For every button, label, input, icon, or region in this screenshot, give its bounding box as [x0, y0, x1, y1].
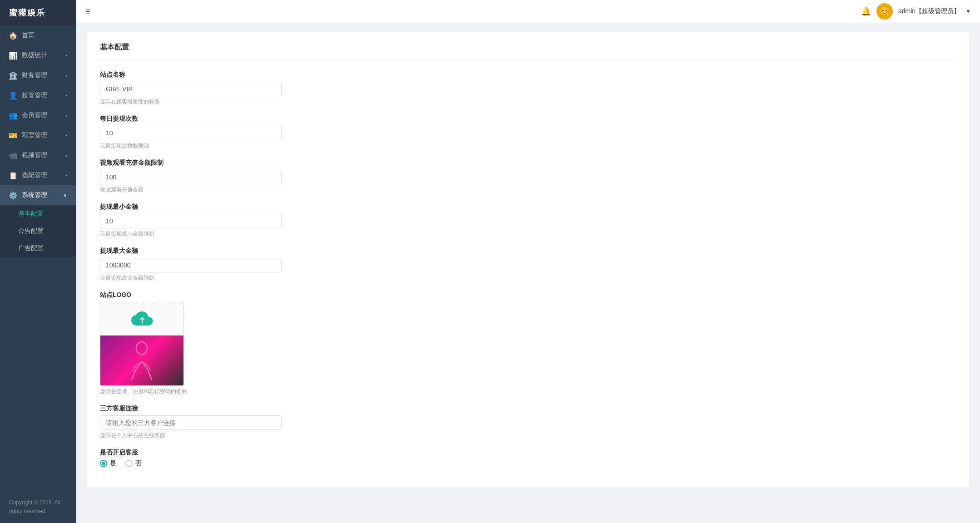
submenu-ad-config[interactable]: 广告配置	[0, 240, 76, 257]
upload-cloud-icon	[131, 310, 153, 332]
logo-preview	[100, 336, 183, 385]
sidebar-item-system[interactable]: ⚙️ 系统管理 ∨	[0, 185, 76, 205]
header: ≡ 🔔 😊 admin【超级管理员】 ▼	[76, 0, 980, 23]
hamburger-icon[interactable]: ≡	[85, 6, 91, 17]
bell-icon[interactable]: 🔔	[861, 6, 871, 16]
third-party-section: 三方客服连接 显示在个人中心的在线客服	[100, 405, 956, 439]
sidebar-item-label: 彩票管理	[22, 131, 47, 139]
selection-icon: 📋	[9, 171, 17, 179]
sidebar-item-label: 财务管理	[22, 71, 47, 79]
video-recharge-section: 视频观看充值金额限制 视频观看充值金额	[100, 159, 956, 194]
chevron-right-icon: ›	[65, 152, 67, 158]
radio-yes-label: 是	[110, 459, 116, 468]
sidebar-item-video[interactable]: 📹 视频管理 ›	[0, 145, 76, 165]
sidebar-item-lottery[interactable]: 🎫 彩票管理 ›	[0, 125, 76, 145]
sidebar-logo: 蜜獾娱乐	[0, 0, 76, 25]
home-icon: 🏠	[9, 31, 17, 39]
sidebar-item-super[interactable]: 👤 超管管理 ›	[0, 85, 76, 105]
radio-yes-circle	[100, 460, 107, 467]
user-dropdown-icon[interactable]: ▼	[965, 8, 971, 15]
site-name-section: 站点名称 显示在线客服里面的标题	[100, 71, 956, 106]
submenu-label: 公告配置	[18, 227, 44, 235]
finance-icon: 🏦	[9, 71, 17, 79]
radio-no-label: 否	[135, 459, 142, 468]
main-wrapper: ≡ 🔔 😊 admin【超级管理员】 ▼ 基本配置 站点名称 显示在线客服里面的…	[76, 0, 980, 523]
video-recharge-input[interactable]	[100, 170, 282, 184]
submenu-label: 基本配置	[18, 210, 44, 218]
logo-section: 站点LOGO 点击上传，或将文件拖拽到此处	[100, 291, 956, 395]
max-withdraw-hint: 玩家提现最大金额限制	[100, 274, 956, 282]
sidebar-item-label: 视频管理	[22, 151, 47, 159]
sidebar-item-label: 系统管理	[22, 191, 47, 199]
super-icon: 👤	[9, 91, 17, 99]
member-icon: 👥	[9, 111, 17, 119]
third-party-hint: 显示在个人中心的在线客服	[100, 432, 956, 439]
max-withdraw-section: 提现最大金额 玩家提现最大金额限制	[100, 247, 956, 282]
site-name-label: 站点名称	[100, 71, 956, 79]
sidebar-item-home[interactable]: 🏠 首页	[0, 25, 76, 45]
sidebar: 蜜獾娱乐 🏠 首页 📊 数据统计 › 🏦 财务管理 › 👤 超管管理 › 👥 会…	[0, 0, 76, 523]
sidebar-item-label: 超管管理	[22, 91, 47, 99]
third-party-input[interactable]	[100, 415, 282, 430]
customer-service-radio-group: 是 否	[100, 459, 956, 468]
submenu-label: 广告配置	[18, 244, 44, 252]
customer-service-section: 是否开启客服 是 否	[100, 449, 956, 468]
chevron-right-icon: ›	[65, 172, 67, 178]
chevron-right-icon: ›	[65, 72, 67, 79]
avatar[interactable]: 😊	[876, 3, 893, 20]
third-party-label: 三方客服连接	[100, 405, 956, 413]
daily-withdraw-hint: 玩家提现次数数限制	[100, 142, 956, 150]
sidebar-item-label: 会员管理	[22, 111, 47, 119]
radio-no[interactable]: 否	[125, 459, 142, 468]
radio-yes[interactable]: 是	[100, 459, 116, 468]
max-withdraw-input[interactable]	[100, 258, 282, 272]
daily-withdraw-input[interactable]	[100, 126, 282, 140]
logo-label: 站点LOGO	[100, 291, 956, 299]
sidebar-item-label: 数据统计	[22, 51, 47, 59]
chevron-right-icon: ›	[65, 112, 67, 118]
system-icon: ⚙️	[9, 191, 17, 199]
min-withdraw-section: 提现最小金额 玩家提现最小金额限制	[100, 203, 956, 238]
video-recharge-hint: 视频观看充值金额	[100, 186, 956, 194]
system-submenu: 基本配置 公告配置 广告配置	[0, 205, 76, 257]
sidebar-item-selection[interactable]: 📋 选妃管理 ›	[0, 165, 76, 185]
sidebar-item-label: 选妃管理	[22, 171, 47, 179]
chart-icon: 📊	[9, 51, 17, 59]
submenu-basic-config[interactable]: 基本配置	[0, 205, 76, 222]
customer-service-label: 是否开启客服	[100, 449, 956, 457]
radio-no-circle	[125, 460, 133, 467]
lottery-icon: 🎫	[9, 131, 17, 139]
header-right: 🔔 😊 admin【超级管理员】 ▼	[861, 3, 971, 20]
sidebar-item-label: 首页	[22, 31, 35, 39]
chevron-right-icon: ›	[65, 92, 67, 99]
min-withdraw-input[interactable]	[100, 214, 282, 228]
sidebar-copyright: Copyright © 2019. All rights reserved.	[0, 491, 76, 523]
logo-upload-box[interactable]: 点击上传，或将文件拖拽到此处	[100, 302, 184, 386]
page-title: 基本配置	[100, 43, 956, 60]
svg-point-1	[136, 342, 147, 355]
sidebar-item-member[interactable]: 👥 会员管理 ›	[0, 105, 76, 125]
min-withdraw-hint: 玩家提现最小金额限制	[100, 230, 956, 238]
min-withdraw-label: 提现最小金额	[100, 203, 956, 211]
sidebar-menu: 🏠 首页 📊 数据统计 › 🏦 财务管理 › 👤 超管管理 › 👥 会员管理 ›…	[0, 25, 76, 491]
daily-withdraw-label: 每日提现次数	[100, 115, 956, 123]
sidebar-item-data[interactable]: 📊 数据统计 ›	[0, 45, 76, 65]
page-card: 基本配置 站点名称 显示在线客服里面的标题 每日提现次数 玩家提现次数数限制 视…	[87, 32, 969, 488]
video-recharge-label: 视频观看充值金额限制	[100, 159, 956, 167]
site-name-hint: 显示在线客服里面的标题	[100, 98, 956, 106]
max-withdraw-label: 提现最大金额	[100, 247, 956, 255]
chevron-down-icon: ∨	[63, 192, 67, 198]
sidebar-item-finance[interactable]: 🏦 财务管理 ›	[0, 65, 76, 85]
header-left: ≡	[85, 6, 91, 17]
content-area: 基本配置 站点名称 显示在线客服里面的标题 每日提现次数 玩家提现次数数限制 视…	[76, 23, 980, 523]
daily-withdraw-section: 每日提现次数 玩家提现次数数限制	[100, 115, 956, 150]
chevron-right-icon: ›	[65, 52, 67, 59]
username-label: admin【超级管理员】	[898, 7, 960, 15]
video-icon: 📹	[9, 151, 17, 159]
chevron-right-icon: ›	[65, 132, 67, 138]
submenu-notice-config[interactable]: 公告配置	[0, 222, 76, 240]
logo-hint: 显示在登录、注册和忘记密码的图标	[100, 388, 956, 395]
site-name-input[interactable]	[100, 82, 282, 96]
